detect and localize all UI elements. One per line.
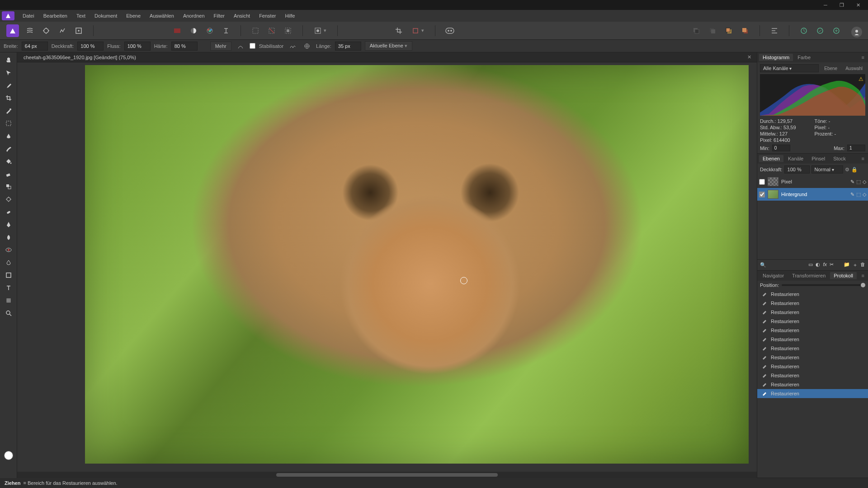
clone-tool-icon[interactable] xyxy=(2,181,15,192)
history-row[interactable]: Restaurieren xyxy=(757,299,868,308)
adjust-layer-icon[interactable]: ◐ xyxy=(816,262,820,268)
mask-layer-icon[interactable]: ▭ xyxy=(808,262,813,268)
persona-photo-icon[interactable] xyxy=(6,24,19,37)
autocolor-icon[interactable] xyxy=(170,23,184,38)
fx-layer-icon[interactable]: fx xyxy=(823,262,827,268)
layer-lock-icon[interactable]: 🔒 xyxy=(851,167,858,173)
layer-row[interactable]: Pixel ✎⬚◇ xyxy=(757,175,868,188)
histogram-warning-icon[interactable]: ⚠ xyxy=(859,76,863,82)
history-row[interactable]: Restaurieren xyxy=(757,317,868,326)
layer-edit-icon[interactable]: ✎ xyxy=(850,192,854,197)
order-back-icon[interactable] xyxy=(689,23,703,38)
zoom-tool-icon[interactable] xyxy=(2,307,15,319)
history-row[interactable]: Restaurieren xyxy=(757,353,868,362)
menu-ansicht[interactable]: Ansicht xyxy=(229,12,255,20)
layer-row[interactable]: Hintergrund ✎⬚◇ xyxy=(757,188,868,201)
group-layers-icon[interactable]: 📁 xyxy=(844,262,850,268)
pen-tool-icon[interactable] xyxy=(2,219,15,230)
flood-select-icon[interactable] xyxy=(2,130,15,142)
marquee-tool-icon[interactable] xyxy=(2,117,15,129)
history-row[interactable]: Restaurieren xyxy=(757,326,868,335)
tab-stock[interactable]: Stock xyxy=(830,155,849,162)
window-mode-icon[interactable] xyxy=(302,41,312,51)
history-row[interactable]: Restaurieren xyxy=(757,344,868,353)
tab-histogram[interactable]: Histogramm xyxy=(759,54,793,61)
history-row[interactable]: Restaurieren xyxy=(757,371,868,380)
tab-channels[interactable]: Kanäle xyxy=(784,155,807,162)
hand-tool-icon[interactable] xyxy=(2,54,15,66)
flow-input[interactable] xyxy=(124,42,151,51)
horizontal-scrollbar[interactable] xyxy=(17,472,757,478)
length-input[interactable] xyxy=(335,42,361,51)
order-frontone-icon[interactable] xyxy=(722,23,736,38)
persona-liquify-icon[interactable] xyxy=(23,23,37,38)
selection-brush-icon[interactable] xyxy=(2,105,15,117)
layer-visibility-checkbox[interactable] xyxy=(759,192,765,197)
tab-color[interactable]: Farbe xyxy=(794,54,814,61)
layer-gear-icon[interactable]: ⚙ xyxy=(845,167,849,173)
healing-tool-icon[interactable] xyxy=(2,206,15,218)
blend-mode-dropdown[interactable]: Normal ▾ xyxy=(811,165,843,174)
menu-hilfe[interactable]: Hilfe xyxy=(280,12,299,20)
delete-layer-icon[interactable]: 🗑 xyxy=(860,262,865,268)
stabilizer-checkbox[interactable] xyxy=(250,43,255,49)
colorpicker-tool-icon[interactable] xyxy=(2,80,15,91)
shape-tool-icon[interactable] xyxy=(2,269,15,281)
menu-bearbeiten[interactable]: Bearbeiten xyxy=(39,12,72,20)
sync-icon[interactable] xyxy=(797,23,811,38)
redeye-tool-icon[interactable] xyxy=(2,244,15,256)
tab-brushes[interactable]: Pinsel xyxy=(808,155,829,162)
layer-visibility-checkbox[interactable] xyxy=(759,179,765,185)
mesh-tool-icon[interactable] xyxy=(2,295,15,306)
layer-link-icon[interactable]: ⬚ xyxy=(856,179,861,185)
align-icon[interactable] xyxy=(767,23,782,38)
rope-mode-icon[interactable] xyxy=(287,41,298,51)
tab-history[interactable]: Protokoll xyxy=(830,272,857,279)
autowhite-icon[interactable] xyxy=(203,23,217,38)
pressure-size-icon[interactable] xyxy=(235,41,246,51)
menu-fenster[interactable]: Fenster xyxy=(255,12,280,20)
menu-ebene[interactable]: Ebene xyxy=(122,12,145,20)
menu-anordnen[interactable]: Anordnen xyxy=(179,12,209,20)
history-row[interactable]: Restaurieren xyxy=(757,389,868,398)
width-input[interactable] xyxy=(22,42,48,51)
selection-none-icon[interactable] xyxy=(264,23,279,38)
menu-text[interactable]: Text xyxy=(72,12,90,20)
menu-dokument[interactable]: Dokument xyxy=(90,12,122,20)
window-maximize-button[interactable]: ❐ xyxy=(834,0,850,9)
persona-export-icon[interactable] xyxy=(71,23,86,38)
min-input[interactable] xyxy=(772,145,790,151)
canvas-image[interactable] xyxy=(85,65,749,464)
quickmask-icon[interactable]: ▾ xyxy=(310,23,330,38)
history-row[interactable]: Restaurieren xyxy=(757,362,868,371)
history-row[interactable]: Restaurieren xyxy=(757,335,868,344)
scrollbar-thumb[interactable] xyxy=(276,473,498,477)
panel-menu-icon[interactable]: ≡ xyxy=(860,55,866,60)
resize-icon[interactable]: ▾ xyxy=(408,23,428,38)
share-icon[interactable] xyxy=(829,23,844,38)
more-button[interactable]: Mehr xyxy=(210,42,231,51)
opacity-input[interactable] xyxy=(77,42,104,51)
tab-transform[interactable]: Transformieren xyxy=(788,272,829,279)
history-row[interactable]: Restaurieren xyxy=(757,380,868,389)
panel-menu-icon[interactable]: ≡ xyxy=(860,156,866,161)
tab-navigator[interactable]: Navigator xyxy=(759,272,788,279)
document-tab[interactable]: cheetah-g3635066ee_1920.jpg [Geändert] (… xyxy=(20,54,140,61)
crop-tool-icon[interactable] xyxy=(2,92,15,104)
order-backone-icon[interactable] xyxy=(705,23,720,38)
order-front-icon[interactable] xyxy=(738,23,752,38)
blur-tool-icon[interactable] xyxy=(2,257,15,268)
move-tool-icon[interactable] xyxy=(2,67,15,79)
persona-develop-icon[interactable] xyxy=(39,23,53,38)
autolevels-icon[interactable] xyxy=(219,23,233,38)
document-close-icon[interactable]: ✕ xyxy=(745,54,754,60)
autocontrast-icon[interactable] xyxy=(186,23,201,38)
search-layers-icon[interactable]: 🔍 xyxy=(760,262,766,268)
target-layer-dropdown[interactable]: Aktuelle Ebene ▾ xyxy=(365,41,412,51)
dodge-tool-icon[interactable] xyxy=(2,193,15,205)
smudge-tool-icon[interactable] xyxy=(2,231,15,243)
scope-layer-button[interactable]: Ebene xyxy=(821,65,840,72)
text-tool-icon[interactable] xyxy=(2,282,15,294)
account-avatar-icon[interactable] xyxy=(851,27,862,38)
layer-lock-icon[interactable]: ◇ xyxy=(863,192,866,197)
